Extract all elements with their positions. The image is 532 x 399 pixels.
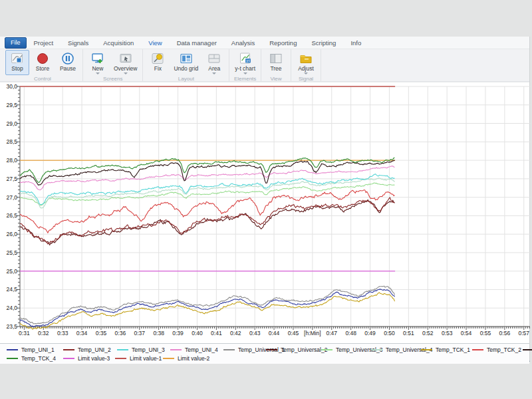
ribbon-group-screens: NewOverviewScreens — [83, 49, 143, 81]
y-axis-label: 25,0 — [6, 268, 17, 275]
pin-icon — [151, 52, 164, 65]
ribbon-group-elements: y-ty-t chartElements — [229, 49, 261, 81]
y-axis-label: 24,5 — [6, 286, 17, 293]
overview-icon — [119, 52, 132, 65]
legend-color-dash — [7, 349, 18, 350]
y-axis-label: 29,5 — [6, 102, 17, 108]
x-axis-label: 0:48 — [345, 330, 356, 336]
toolbar-button-label: Undo grid — [174, 65, 198, 72]
toolbar-button-adjust[interactable]: Adjust — [294, 50, 318, 75]
legend-color-dash — [63, 349, 74, 350]
menu-item-reporting[interactable]: Reporting — [262, 39, 304, 47]
toolbar-button-pause[interactable]: Pause — [56, 50, 80, 75]
app-window: File ProjectSignalsAcquisitionViewData m… — [0, 37, 530, 362]
x-axis-label: 0:45 — [288, 330, 299, 336]
menu-item-data-manager[interactable]: Data manager — [170, 39, 224, 47]
dropdown-caret-icon — [304, 72, 308, 74]
legend-color-dash — [170, 349, 182, 350]
x-axis-label: 0:40 — [192, 330, 203, 336]
legend-label: Temp_TCK_4 — [21, 355, 56, 362]
svg-text:y-t: y-t — [246, 59, 250, 63]
monitor-new-icon — [91, 52, 104, 65]
series-temp-universal-4 — [20, 178, 395, 208]
y-axis-label: 23,5 — [6, 323, 17, 330]
menu-item-scripting[interactable]: Scripting — [304, 39, 343, 47]
legend-label: Temp_UNI_3 — [132, 346, 165, 353]
menu-bar: File ProjectSignalsAcquisitionViewData m… — [0, 37, 529, 49]
folder-icon — [299, 52, 313, 65]
legend-item-temp-tck-1[interactable]: Temp_TCK_1 — [421, 346, 470, 354]
series-temp-tck-2 — [20, 190, 395, 233]
file-button[interactable]: File — [5, 37, 27, 49]
menu-item-analysis[interactable]: Analysis — [224, 39, 262, 47]
toolbar-button-undo-grid[interactable]: Undo grid — [171, 50, 201, 75]
pause-icon — [61, 52, 74, 65]
toolbar-button-label: Tree — [270, 65, 281, 72]
tree-icon — [269, 52, 283, 65]
x-axis-label: 0:47 — [326, 330, 337, 336]
menu-item-acquisition[interactable]: Acquisition — [96, 39, 141, 47]
series-temp-universal-2 — [20, 200, 395, 245]
y-axis-label: 25,5 — [6, 249, 17, 256]
legend-item-temp-uni-2[interactable]: Temp_UNI_2 — [63, 346, 111, 354]
legend-item-cut-off[interactable] — [523, 346, 532, 354]
legend-item-temp-tck-2[interactable]: Temp_TCK_2 — [472, 346, 521, 354]
ribbon-group-signal: AdjustSignal — [291, 49, 321, 81]
toolbar-button-new[interactable]: New — [86, 50, 110, 75]
legend-label: Temp_UNI_4 — [185, 346, 218, 353]
x-axis-label: 0:34 — [76, 330, 88, 336]
legend-label: Temp_UNI_2 — [78, 346, 111, 353]
toolbar-button-store[interactable]: Store — [31, 50, 55, 75]
legend-item-temp-uni-3[interactable]: Temp_UNI_3 — [117, 346, 165, 354]
y-axis-label: 28,0 — [6, 157, 17, 164]
toolbar-button-label: Stop — [11, 65, 23, 72]
toolbar-button-label: Fix — [154, 65, 162, 72]
y-axis-label: 26,0 — [6, 231, 17, 237]
legend-item-limit-value-2[interactable]: Limit value-2 — [163, 354, 209, 362]
legend-item-temp-tck-4[interactable]: Temp_TCK_4 — [7, 354, 56, 362]
legend-item-temp-uni-1[interactable]: Temp_UNI_1 — [7, 346, 55, 354]
x-axis-label: 0:31 — [19, 330, 30, 336]
toolbar-button-area[interactable]: Area — [202, 50, 226, 75]
x-axis-label: 0:43 — [249, 330, 261, 336]
ribbon-group-layout: FixUndo gridAreaLayout — [143, 49, 229, 81]
legend-label: Temp_UNI_1 — [21, 346, 55, 353]
x-axis-label: 0:57 — [518, 330, 529, 336]
x-axis-label: 0:53 — [442, 330, 453, 336]
legend-color-dash — [163, 358, 174, 359]
legend-color-dash — [523, 349, 532, 350]
y-axis-label: 27,0 — [6, 194, 17, 201]
legend-color-dash — [321, 349, 332, 350]
menu-item-view[interactable]: View — [141, 39, 169, 47]
x-axis-label: 0:55 — [480, 330, 491, 336]
toolbar-button-stop[interactable]: Stop — [5, 50, 29, 75]
toolbar-button-tree[interactable]: Tree — [264, 50, 288, 75]
dropdown-caret-icon — [96, 72, 100, 74]
menu-item-project[interactable]: Project — [27, 39, 61, 47]
toolbar-button-label: y-t chart — [235, 65, 255, 72]
series-temp-uni-2 — [20, 198, 395, 244]
toolbar-button-overview[interactable]: Overview — [111, 50, 140, 75]
legend-color-dash — [371, 349, 382, 350]
dropdown-caret-icon — [212, 72, 216, 74]
legend-color-dash — [223, 349, 235, 350]
menu-item-info[interactable]: Info — [343, 39, 368, 47]
x-axis-label: 0:42 — [230, 330, 241, 336]
legend-item-limit-value-1[interactable]: Limit value-1 — [115, 354, 162, 362]
legend-item-limit-value-3[interactable]: Limit value-3 — [63, 354, 110, 362]
x-axis-label: 0:37 — [134, 330, 145, 336]
menu-item-signals[interactable]: Signals — [61, 39, 96, 47]
toolbar-button-fix[interactable]: Fix — [146, 50, 170, 75]
legend-label: Limit value-1 — [130, 355, 162, 362]
toolbar-button-label: Store — [36, 65, 49, 72]
legend-item-temp-uni-4[interactable]: Temp_UNI_4 — [170, 346, 218, 354]
x-axis-label: 0:39 — [172, 330, 184, 336]
toolbar-button-y-t-chart[interactable]: y-ty-t chart — [232, 50, 258, 75]
legend-item-temp-universal-2[interactable]: Temp_Universal_2 — [266, 346, 327, 354]
legend-label: Temp_Universal_2 — [281, 346, 327, 353]
x-axis-label: 0:36 — [115, 330, 126, 336]
area-icon — [207, 52, 221, 65]
record-icon — [36, 52, 49, 65]
yt-chart-panel[interactable]: 23,524,024,525,025,526,026,527,027,528,0… — [0, 82, 529, 343]
x-axis-label: 0:41 — [211, 330, 222, 336]
